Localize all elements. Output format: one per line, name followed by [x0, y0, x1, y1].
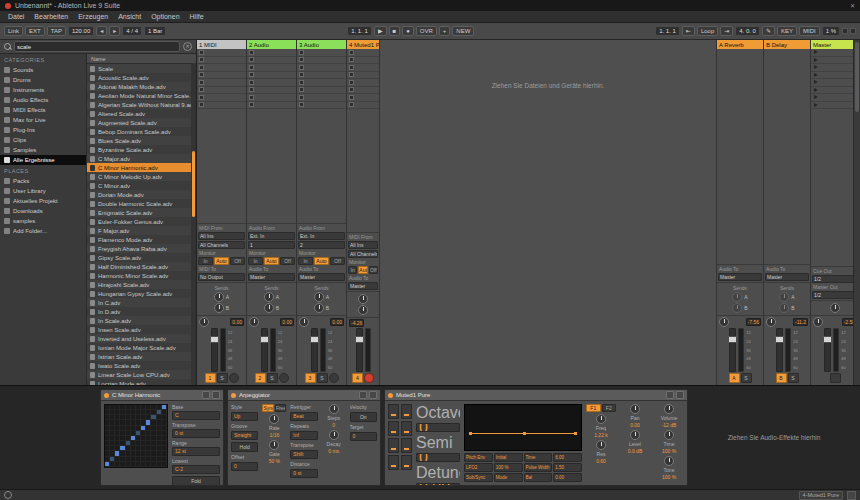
- clip-slot[interactable]: [347, 102, 379, 110]
- file-item[interactable]: In D.adv: [87, 307, 196, 316]
- clip-slot[interactable]: [247, 57, 296, 65]
- category-item[interactable]: Clips: [0, 135, 86, 145]
- menu-item[interactable]: Erzeugen: [73, 13, 113, 20]
- master-out-chooser[interactable]: 1/2: [812, 291, 858, 299]
- target-value[interactable]: 0: [350, 432, 377, 441]
- pan-knob[interactable]: [813, 317, 823, 327]
- volume-display[interactable]: -7.56: [746, 318, 761, 326]
- place-item[interactable]: User Library: [0, 186, 86, 196]
- loop-start-field[interactable]: 1. 1. 1: [655, 26, 680, 37]
- send-a-knob[interactable]: [214, 292, 224, 302]
- file-item[interactable]: Euler-Fokker Genus.adv: [87, 217, 196, 226]
- scene-slot[interactable]: 4: [811, 72, 859, 80]
- file-item[interactable]: Flamenco Mode.adv: [87, 235, 196, 244]
- file-item[interactable]: F Major.adv: [87, 226, 196, 235]
- return-activator[interactable]: B: [776, 373, 787, 383]
- file-item[interactable]: C Minor Harmonic.adv: [87, 163, 196, 172]
- file-item[interactable]: Gipsy Scale.adv: [87, 253, 196, 262]
- clip-slot[interactable]: [347, 87, 379, 95]
- sync-button[interactable]: Sync: [262, 404, 273, 412]
- arrangement-position-field[interactable]: 1. 1. 1: [347, 26, 372, 37]
- oscillator-param-box[interactable]: Sub/Sync: [464, 473, 493, 482]
- send-a-knob[interactable]: [314, 292, 324, 302]
- filter-freq-knob[interactable]: [596, 414, 606, 424]
- scene-slot[interactable]: 8: [811, 102, 859, 110]
- save-preset-icon[interactable]: [369, 391, 377, 399]
- category-item[interactable]: Max for Live: [0, 115, 86, 125]
- pan-knob[interactable]: [766, 317, 776, 327]
- file-item[interactable]: Blues Scale.adv: [87, 136, 196, 145]
- module-tile[interactable]: [401, 404, 412, 419]
- module-tile[interactable]: [401, 421, 412, 436]
- filter-2-toggle[interactable]: F2: [602, 404, 617, 412]
- scene-slot[interactable]: 6: [811, 87, 859, 95]
- envelope-breakpoint[interactable]: [574, 432, 577, 435]
- monitor-in-button[interactable]: In: [348, 266, 357, 274]
- window-close-button[interactable]: [5, 3, 11, 9]
- return-header[interactable]: B Delay: [764, 40, 810, 49]
- stop-button[interactable]: ■: [389, 26, 401, 37]
- fader-handle[interactable]: [310, 336, 319, 343]
- module-tile[interactable]: [388, 404, 399, 419]
- menu-item[interactable]: Datei: [3, 13, 29, 20]
- oscillator-param-box[interactable]: Pitch Env: [464, 453, 493, 462]
- oscillator-param-box[interactable]: Pulse Width: [524, 463, 553, 472]
- clip-slot[interactable]: [247, 102, 296, 110]
- velocity-on-button[interactable]: On: [350, 412, 377, 422]
- module-tile[interactable]: [401, 455, 412, 470]
- arm-button[interactable]: [229, 373, 239, 383]
- arm-button[interactable]: [279, 373, 289, 383]
- repeats-value[interactable]: Inf: [290, 431, 317, 440]
- input-channel-chooser[interactable]: 2: [298, 241, 345, 249]
- scene-launch-icon[interactable]: [814, 65, 818, 69]
- track-header[interactable]: 3 Audio: [297, 40, 346, 49]
- arm-button[interactable]: [364, 373, 374, 383]
- monitor-auto-button[interactable]: Auto: [358, 266, 367, 274]
- status-corner-button[interactable]: [847, 491, 856, 500]
- file-item[interactable]: Hirajoshi Scale.adv: [87, 280, 196, 289]
- volume-fader[interactable]: [776, 328, 783, 372]
- master-header[interactable]: Master: [811, 40, 859, 49]
- scale-grid[interactable]: [104, 404, 168, 468]
- send-b-knob[interactable]: [314, 303, 324, 313]
- search-input[interactable]: [14, 41, 180, 52]
- quantization-menu[interactable]: 1 Bar: [144, 26, 166, 37]
- fader-handle[interactable]: [260, 336, 269, 343]
- send-b-knob[interactable]: [358, 305, 368, 315]
- session-scrollbar[interactable]: [853, 40, 860, 385]
- send-a-knob[interactable]: [264, 292, 274, 302]
- file-item[interactable]: Istrian Scale.adv: [87, 352, 196, 361]
- send-a-knob[interactable]: [358, 294, 368, 304]
- clip-slot[interactable]: [347, 64, 379, 72]
- send-a-knob[interactable]: [732, 292, 742, 302]
- clip-slot[interactable]: [297, 79, 346, 87]
- link-button[interactable]: Link: [4, 26, 23, 37]
- category-item[interactable]: Sounds: [0, 65, 86, 75]
- fold-button[interactable]: Fold: [172, 476, 220, 486]
- scene-slot[interactable]: 5: [811, 79, 859, 87]
- file-list-header[interactable]: Name: [87, 54, 196, 64]
- device-title-bar[interactable]: Arpeggiator: [228, 390, 380, 401]
- gate-knob[interactable]: [269, 440, 279, 450]
- output-type-chooser[interactable]: Master: [248, 273, 295, 281]
- arm-button[interactable]: [329, 373, 339, 383]
- input-channel-chooser[interactable]: 1: [248, 241, 295, 249]
- preview-volume-knob[interactable]: [830, 303, 840, 313]
- solo-button[interactable]: S: [741, 373, 752, 383]
- envelope-breakpoint[interactable]: [523, 432, 526, 435]
- category-item[interactable]: Alle Ergebnisse: [0, 155, 86, 165]
- transpose-mode-chooser[interactable]: Shift: [290, 450, 317, 459]
- pan-knob[interactable]: [249, 317, 259, 327]
- category-item[interactable]: Plug-Ins: [0, 125, 86, 135]
- track-activator[interactable]: 4: [352, 373, 363, 383]
- oscillator-param-box[interactable]: 1.50: [553, 463, 582, 472]
- file-item[interactable]: Scale: [87, 64, 196, 73]
- volume-fader[interactable]: [211, 328, 218, 372]
- volume-fader[interactable]: [824, 328, 831, 372]
- file-item[interactable]: Inverted and Useless.adv: [87, 334, 196, 343]
- file-item[interactable]: Altered Scale.adv: [87, 109, 196, 118]
- scene-launch-icon[interactable]: [814, 80, 818, 84]
- filter-1-toggle[interactable]: F1: [586, 404, 601, 412]
- send-b-knob[interactable]: [779, 303, 789, 313]
- file-item[interactable]: Acoustic Scale.adv: [87, 73, 196, 82]
